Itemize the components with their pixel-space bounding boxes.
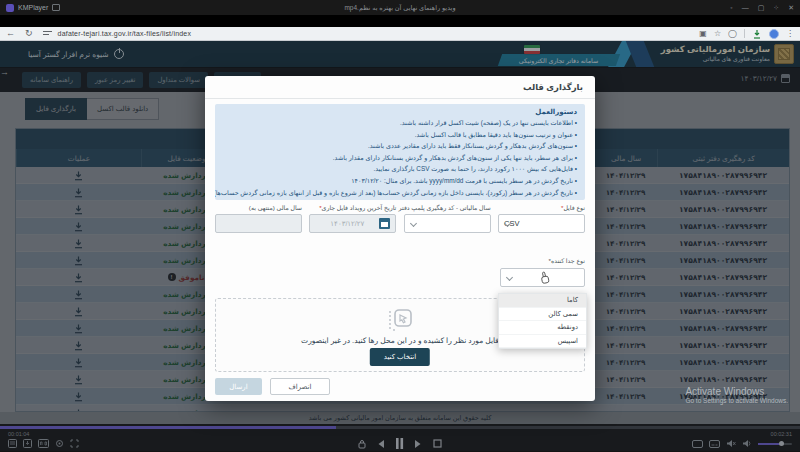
drag-drop-icon <box>387 307 413 333</box>
instruction-item: تاریخ گردش در هر سطر (رکورد)، بایستی داخ… <box>223 187 577 199</box>
separator-option[interactable]: دونقطه <box>499 321 586 335</box>
separator-type-label: نوع جدا کننده* <box>549 257 585 264</box>
back-icon[interactable]: ← <box>6 29 15 38</box>
file-type-select[interactable]: CSV <box>498 214 585 233</box>
modal-title: بارگذاری قالب <box>523 82 583 92</box>
maximize-icon[interactable]: ▢ <box>758 4 765 12</box>
panel-layout-icon[interactable]: ⁘ <box>773 4 779 12</box>
video-letterbox <box>0 15 800 27</box>
instruction-item: فایل‌هایی که بیش ۱۰۰۰ رکورد دارند، را حت… <box>223 163 577 175</box>
send-button[interactable]: ارسال <box>215 378 262 395</box>
separator-option[interactable]: سمی کالن <box>499 308 586 322</box>
pin-icon[interactable]: ◦ <box>730 4 732 11</box>
separator-options-dropdown: کاماسمی کالندونقطهاسپیس <box>498 293 587 349</box>
instruction-item: اطلاعات بایستی تنها در یک (صفحه) شیت اکس… <box>223 117 577 129</box>
choose-file-button[interactable]: انتخاب کنید <box>370 348 430 366</box>
calendar-icon[interactable] <box>379 218 390 229</box>
instructions-title: دستورالعمل <box>223 108 577 116</box>
separator-type-select[interactable] <box>500 268 585 287</box>
separator-option[interactable]: اسپیس <box>499 335 586 349</box>
player-app-name: KMPlayer <box>18 4 48 11</box>
chevron-down-icon <box>410 220 417 227</box>
last-event-date-value: ۱۴۰۳/۱۲/۲۷ <box>330 220 364 228</box>
upload-template-modal: بارگذاری قالب دستورالعمل اطلاعات بایستی … <box>205 76 595 401</box>
player-titlebar: KMPlayer ویدیو راهنمای نهایی آن بهتره به… <box>0 0 800 15</box>
modal-title-divider <box>205 98 595 99</box>
separator-type-field <box>500 268 585 287</box>
menu-kebab-icon[interactable]: ⋮ <box>786 30 794 38</box>
activate-windows-watermark: Activate Windows Go to Settings to activ… <box>685 386 788 404</box>
player-playlist-toggle-icon[interactable] <box>52 4 60 11</box>
field-tax-year-seal-code: سال مالیاتی - کد رهگیری پلمپ دفتر <box>404 204 491 233</box>
hand-cursor-icon <box>539 271 551 285</box>
cancel-button[interactable]: انصراف <box>270 378 330 395</box>
separator-option[interactable]: کاما <box>499 294 586 308</box>
download-complete-icon[interactable] <box>752 29 762 39</box>
minimize-icon[interactable]: — <box>742 4 749 11</box>
field-fiscal-year-ending: سال مالی (منتهی به) <box>215 204 302 233</box>
instruction-item: عنوان و ترتیب ستون‌ها باید دقیقا مطابق ب… <box>223 129 577 141</box>
close-icon[interactable]: ✕ <box>788 4 794 12</box>
screen: KMPlayer ویدیو راهنمای نهایی آن بهتره به… <box>0 0 800 452</box>
instructions-box: دستورالعمل اطلاعات بایستی تنها در یک (صف… <box>215 104 585 200</box>
bookmark-star-icon[interactable]: ☆ <box>714 30 721 38</box>
instruction-item: برای هر سطر، باید تنها یکی از ستون‌های گ… <box>223 152 577 164</box>
video-title: ویدیو راهنمای نهایی آن بهتره به نظم.mp4 <box>344 4 455 12</box>
toolbar-divider <box>744 29 745 38</box>
instruction-item: تاریخ گردش در هر سطر بایستی با فرمت yyyy… <box>223 175 577 187</box>
form-fields-row: نوع فایل* CSV سال مالیاتی - کد رهگیری پل… <box>215 204 585 233</box>
field-last-event-date: تاریخ آخرین رویداد فایل جاری* ۱۴۰۳/۱۲/۲۷ <box>309 204 396 233</box>
instruction-item: ستون‌های گردش بدهکار و گردش بستانکار فقط… <box>223 140 577 152</box>
site-info-icon[interactable] <box>43 29 52 38</box>
page-tools-icon[interactable]: ▣ <box>699 30 707 38</box>
browser-toolbar: ← → ↻ dafater-tejari.tax.gov.ir/tax-file… <box>0 27 800 41</box>
side-panel-icon[interactable]: ◯ <box>728 30 737 38</box>
field-file-type: نوع فایل* CSV <box>498 204 585 233</box>
address-bar[interactable]: dafater-tejari.tax.gov.ir/tax-files/list… <box>58 30 192 37</box>
tax-year-seal-code-select[interactable] <box>404 214 491 233</box>
kmplayer-logo-icon <box>6 4 14 12</box>
fiscal-year-ending-input <box>215 214 302 233</box>
reload-icon[interactable]: ↻ <box>25 29 33 38</box>
chevron-down-icon <box>506 274 513 281</box>
last-event-date-input[interactable]: ۱۴۰۳/۱۲/۲۷ <box>309 214 396 233</box>
profile-avatar[interactable] <box>769 29 779 39</box>
